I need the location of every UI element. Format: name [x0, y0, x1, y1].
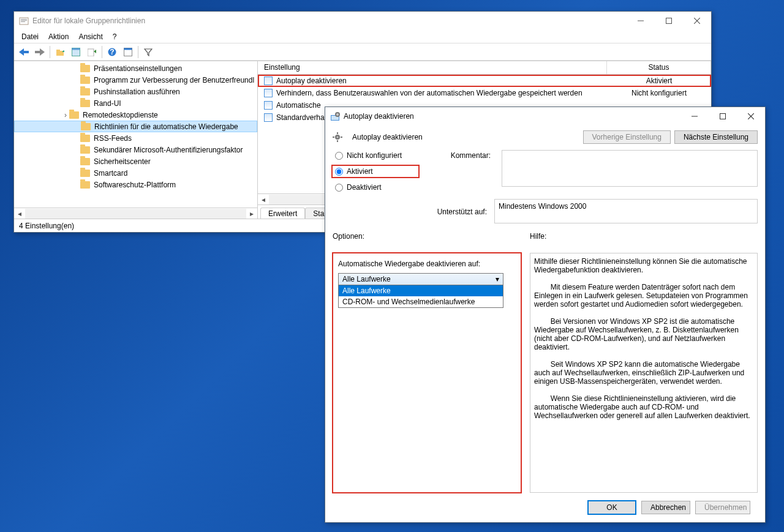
- gpedit-menubar: Datei Aktion Ansicht ?: [14, 30, 711, 43]
- options-label: Optionen:: [333, 232, 521, 243]
- minimize-button[interactable]: [627, 12, 655, 30]
- maximize-button[interactable]: [655, 12, 683, 30]
- setting-icon: [264, 89, 273, 97]
- setting-status: Nicht konfiguriert: [607, 89, 711, 97]
- svg-rect-34: [333, 137, 334, 138]
- tab-extended[interactable]: Erweitert: [260, 208, 305, 219]
- svg-rect-14: [72, 48, 80, 50]
- policy-icon: [330, 111, 340, 121]
- forward-button[interactable]: [32, 45, 47, 59]
- dialog-titlebar[interactable]: Autoplay deaktivieren: [325, 107, 765, 126]
- svg-marker-21: [145, 49, 152, 56]
- menu-view[interactable]: Ansicht: [74, 31, 107, 42]
- tree[interactable]: PräsentationseinstellungenProgramm zur V…: [14, 61, 257, 208]
- tree-item[interactable]: Rand-UI: [14, 97, 257, 109]
- chevron-down-icon: ▾: [496, 275, 499, 283]
- folder-icon: [80, 135, 90, 142]
- svg-rect-11: [56, 50, 60, 51]
- tree-item-label: Präsentationseinstellungen: [94, 64, 182, 73]
- tree-item-label: Smartcard: [94, 169, 127, 178]
- folder-icon: [69, 111, 79, 119]
- drop-item-all[interactable]: Alle Laufwerke: [339, 285, 503, 296]
- dlg-close-button[interactable]: [737, 107, 765, 126]
- policy-dialog: Autoplay deaktivieren Autoplay deaktivie…: [325, 107, 766, 523]
- drop-item-cdrom[interactable]: CD-ROM- und Wechselmedienlaufwerke: [339, 296, 503, 307]
- dlg-maximize-button[interactable]: [709, 107, 737, 126]
- scroll-left-icon[interactable]: ◂: [258, 195, 269, 204]
- folder-icon: [80, 77, 90, 84]
- radio-disabled[interactable]: Deaktiviert: [333, 182, 418, 193]
- dlg-minimize-button[interactable]: [680, 107, 709, 126]
- tree-item-label: Sicherheitscenter: [94, 157, 151, 166]
- radio-enabled[interactable]: Aktiviert: [333, 166, 418, 177]
- gpedit-titlebar[interactable]: Editor für lokale Gruppenrichtlinien: [14, 12, 711, 30]
- supported-value-box: Mindestens Windows 2000: [494, 199, 758, 223]
- next-setting-button[interactable]: Nächste Einstellung: [674, 130, 758, 144]
- properties-icon[interactable]: [121, 45, 135, 59]
- tree-item-label: Sekundärer Microsoft-Authentifizierungsf…: [94, 146, 243, 154]
- up-icon[interactable]: [53, 45, 67, 59]
- svg-marker-8: [19, 48, 29, 56]
- radio-not-configured[interactable]: Nicht konfiguriert: [333, 150, 418, 161]
- dialog-body: Autoplay deaktivieren Vorherige Einstell…: [325, 126, 765, 522]
- tree-item-label: Richtlinien für die automatische Wiederg…: [94, 122, 238, 131]
- svg-point-31: [337, 137, 339, 138]
- svg-text:?: ?: [110, 48, 114, 56]
- setting-status: Aktiviert: [607, 77, 711, 85]
- tree-item[interactable]: Richtlinien für die automatische Wiederg…: [14, 121, 257, 132]
- list-header: Einstellung Status: [258, 61, 711, 75]
- gpedit-toolbar: ?: [14, 43, 711, 61]
- menu-file[interactable]: Datei: [17, 31, 43, 42]
- expand-chevron-icon[interactable]: ›: [62, 111, 69, 119]
- menu-action[interactable]: Aktion: [43, 31, 74, 42]
- tree-item[interactable]: Smartcard: [14, 167, 257, 179]
- setting-icon: [264, 113, 273, 122]
- show-hide-icon[interactable]: [69, 45, 83, 59]
- drive-select[interactable]: Alle Laufwerke ▾: [338, 273, 503, 285]
- tree-hscroll[interactable]: ◂ ▸: [14, 208, 257, 219]
- svg-rect-27: [720, 114, 726, 119]
- tree-item[interactable]: Sicherheitscenter: [14, 155, 257, 167]
- app-icon: [19, 16, 29, 26]
- help-icon[interactable]: ?: [105, 45, 119, 59]
- scroll-left-icon[interactable]: ◂: [14, 209, 25, 219]
- tree-item[interactable]: Präsentationseinstellungen: [14, 62, 257, 74]
- list-row[interactable]: Verhindern, dass Benutzerauswahlen von d…: [258, 87, 711, 99]
- svg-rect-15: [88, 49, 94, 56]
- tree-item[interactable]: ›Remotedesktopdienste: [14, 109, 257, 121]
- cancel-button[interactable]: Abbrechen: [641, 501, 690, 514]
- svg-rect-20: [124, 48, 132, 50]
- list-row[interactable]: Autoplay deaktivierenAktiviert: [258, 75, 711, 87]
- tree-item[interactable]: Sekundärer Microsoft-Authentifizierungsf…: [14, 144, 257, 155]
- prev-setting-button: Vorherige Einstellung: [583, 130, 671, 144]
- help-label: Hilfe:: [530, 232, 758, 243]
- close-button[interactable]: [683, 12, 711, 30]
- help-text-box[interactable]: Mithilfe dieser Richtlinieneinstellung k…: [530, 253, 758, 493]
- ok-button[interactable]: OK: [587, 500, 636, 515]
- comment-input[interactable]: [502, 150, 758, 187]
- menu-help[interactable]: ?: [108, 31, 122, 42]
- svg-rect-32: [337, 132, 338, 134]
- filter-icon[interactable]: [141, 45, 156, 59]
- setting-name: Autoplay deaktivieren: [276, 77, 347, 85]
- comment-label: Kommentar:: [429, 150, 491, 160]
- tree-item[interactable]: Programm zur Verbesserung der Benutzerfr…: [14, 74, 257, 86]
- folder-icon: [80, 181, 90, 189]
- tree-item[interactable]: RSS-Feeds: [14, 132, 257, 144]
- col-status[interactable]: Status: [607, 61, 711, 74]
- scroll-right-icon[interactable]: ▸: [246, 209, 257, 219]
- tree-item-label: RSS-Feeds: [94, 134, 132, 143]
- svg-rect-3: [21, 21, 25, 22]
- export-icon[interactable]: [85, 45, 99, 59]
- back-button[interactable]: [17, 45, 31, 59]
- svg-rect-1: [21, 19, 27, 20]
- drive-dropdown[interactable]: Alle Laufwerke CD-ROM- und Wechselmedien…: [338, 285, 503, 308]
- options-box: Automatische Wiedergabe deaktivieren auf…: [333, 253, 521, 493]
- setting-name: Automatische: [276, 101, 321, 110]
- folder-icon: [81, 123, 91, 130]
- supported-value: Mindestens Windows 2000: [499, 202, 586, 211]
- dialog-heading: Autoplay deaktivieren: [352, 133, 573, 141]
- col-setting[interactable]: Einstellung: [258, 61, 607, 74]
- tree-item[interactable]: Pushinstallation ausführen: [14, 86, 257, 97]
- tree-item[interactable]: Softwareschutz-Plattform: [14, 179, 257, 190]
